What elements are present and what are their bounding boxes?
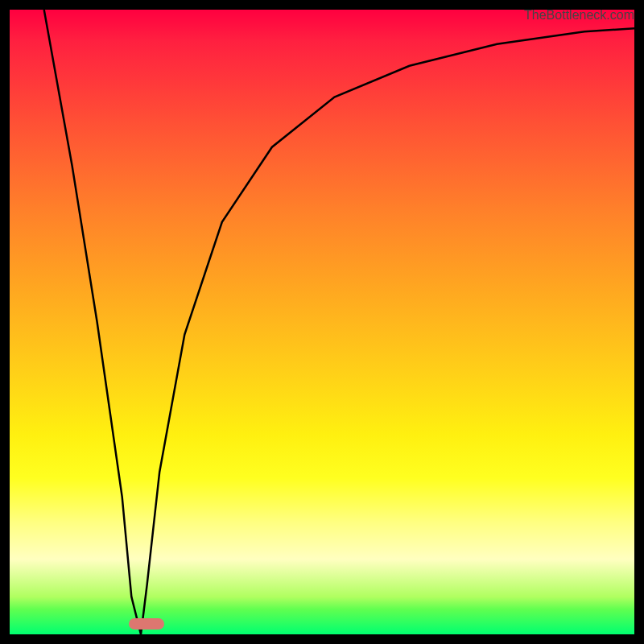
chart-area	[10, 10, 634, 634]
ideal-zone-marker	[129, 618, 164, 630]
bottleneck-curve	[10, 10, 634, 634]
watermark-text: TheBottleneck.com	[524, 8, 634, 23]
